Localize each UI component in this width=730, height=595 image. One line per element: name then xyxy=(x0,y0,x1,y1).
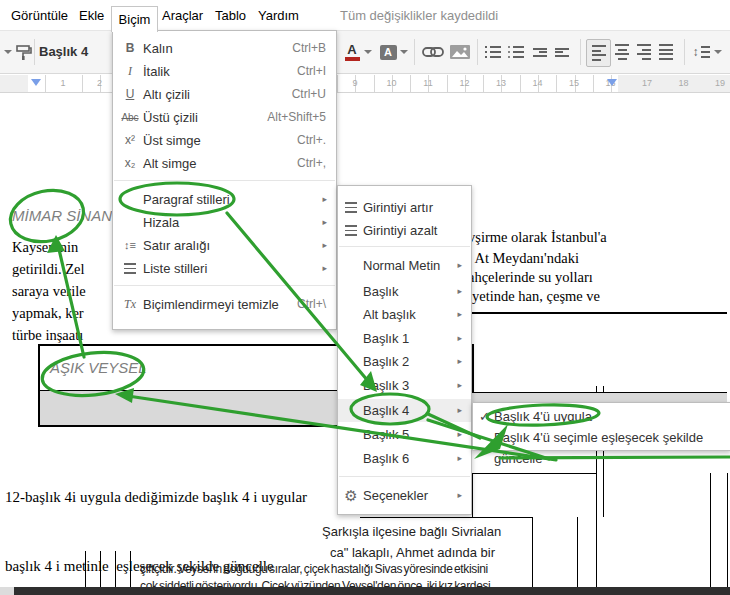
strikethrough-icon: Abc xyxy=(121,106,139,129)
bottom-bar-corner xyxy=(0,587,14,595)
highlight-color-caret[interactable] xyxy=(399,31,409,73)
line-spacing-icon[interactable]: ↕ xyxy=(690,31,712,73)
ruler-mark: 17 xyxy=(642,78,652,88)
submenu-arrow-icon: ▸ xyxy=(457,484,462,507)
line-spacing-caret[interactable] xyxy=(713,31,723,73)
heading-asik-veysel[interactable]: AŞIK VEYSEL xyxy=(50,359,147,376)
menu-item-alt-baslik[interactable]: Alt başlık▸ xyxy=(338,303,471,326)
underline-icon: U xyxy=(121,83,139,106)
body-line[interactable]: türbe inşaatı xyxy=(12,327,112,344)
menu-item-baslik-4[interactable]: Başlık 4▸ xyxy=(338,399,471,422)
align-right-icon[interactable] xyxy=(634,31,654,73)
decrease-indent-icon[interactable] xyxy=(529,31,550,73)
menu-item-baslik4-uygula[interactable]: ✓ Başlık 4'ü uygula xyxy=(473,406,730,427)
menu-item-girintiyi-artir[interactable]: Girintiyi artır xyxy=(338,196,471,219)
body-line[interactable]: Kayseri'nin xyxy=(12,239,112,256)
subscript-icon: x₂ xyxy=(121,152,139,175)
body-line[interactable]: saraya verile xyxy=(12,283,112,300)
submenu-arrow-icon: ▸ xyxy=(457,447,462,470)
menu-item-paragraf-stilleri[interactable]: Paragraf stilleri ▸ xyxy=(113,188,336,211)
format-painter-icon[interactable] xyxy=(15,31,33,73)
increase-indent-icon[interactable] xyxy=(551,31,572,73)
menu-item-ust-simge[interactable]: x² Üst simge Ctrl+. xyxy=(113,129,336,152)
bulleted-list-icon[interactable] xyxy=(507,31,529,73)
menu-tablo[interactable]: Tablo xyxy=(215,8,246,23)
align-left-icon[interactable] xyxy=(586,39,611,67)
highlight-color-icon[interactable]: A xyxy=(378,31,398,73)
ruler-mark: 12 xyxy=(460,78,470,88)
menu-item-baslik-6[interactable]: Başlık 6▸ xyxy=(338,447,471,470)
indent-marker-left[interactable] xyxy=(31,79,41,86)
table-border xyxy=(460,312,727,314)
menu-item-hizala[interactable]: Hizala ▸ xyxy=(113,211,336,234)
menu-item-liste-stilleri[interactable]: Liste stilleri ▸ xyxy=(113,257,336,280)
body-line[interactable]: yapmak, ker xyxy=(12,305,112,322)
increase-indent-icon xyxy=(342,196,360,221)
menu-araclar[interactable]: Araçlar xyxy=(162,8,203,23)
menu-item-kalin[interactable]: B Kalın Ctrl+B xyxy=(113,37,336,60)
toolbar-more-caret[interactable] xyxy=(2,31,14,73)
text-color-icon[interactable]: A xyxy=(342,31,362,73)
body-line[interactable]: Şarkışla ilçesine bağlı Sivrialan xyxy=(322,524,501,539)
insert-image-icon[interactable] xyxy=(449,31,471,73)
styles-dropdown[interactable]: Başlık 4 xyxy=(39,31,88,73)
ruler-mark: 15 xyxy=(569,78,579,88)
ruler-mark: 2 xyxy=(95,78,105,88)
body-line[interactable]: , At Meydanı'ndaki xyxy=(468,250,579,267)
menu-item-alt-simge[interactable]: x₂ Alt simge Ctrl+, xyxy=(113,152,336,175)
menu-ekle[interactable]: Ekle xyxy=(79,8,104,23)
menu-item-satir-araligi[interactable]: ↕≡ Satır aralığı ▸ xyxy=(113,234,336,257)
menubar: Görüntüle Ekle Araçlar Tablo Yardım Tüm … xyxy=(0,0,730,30)
table-border xyxy=(472,473,473,517)
body-line[interactable]: getirildi. Zel xyxy=(12,261,112,278)
menu-yardim[interactable]: Yardım xyxy=(258,8,299,23)
save-status: Tüm değişiklikler kaydedildi xyxy=(340,8,498,23)
table-border xyxy=(727,473,728,587)
menu-item-ustu-cizili[interactable]: Abc Üstü çizili Alt+Shift+5 xyxy=(113,106,336,129)
ruler-mark: 13 xyxy=(496,78,506,88)
menu-item-normal-metin[interactable]: Normal Metin▸ xyxy=(338,254,471,277)
menu-item-girintiyi-azalt[interactable]: Girintiyi azalt xyxy=(338,219,471,242)
menu-item-baslik-3[interactable]: Başlık 3▸ xyxy=(338,374,471,397)
text-color-caret[interactable] xyxy=(363,31,373,73)
heading-mimar-sinan[interactable]: MİMAR SİNAN xyxy=(12,207,113,224)
gear-icon: ⚙ xyxy=(342,484,360,507)
indent-marker-right[interactable] xyxy=(607,79,617,86)
menu-item-bicimlendirmeyi-temizle[interactable]: Tx Biçimlendirmeyi temizle Ctrl+\ xyxy=(113,293,336,316)
body-line[interactable]: iyetinde han, çeşme ve xyxy=(468,288,600,305)
submenu-arrow-icon: ▸ xyxy=(457,423,462,446)
menu-item-secenekler[interactable]: ⚙ Seçenekler▸ xyxy=(338,484,471,507)
italic-icon: I xyxy=(121,60,139,83)
submenu-arrow-icon: ▸ xyxy=(457,399,462,422)
line-spacing-icon: ↕≡ xyxy=(121,234,139,257)
menu-item-italik[interactable]: I İtalik Ctrl+I xyxy=(113,60,336,83)
table-border xyxy=(472,473,597,474)
submenu-arrow-icon: ▸ xyxy=(322,234,327,257)
menu-bicim[interactable]: Biçim xyxy=(111,6,158,32)
ruler: 12345678910111213141516171819 xyxy=(0,75,730,93)
toolbar: Başlık 4 A A xyxy=(0,30,730,74)
menu-item-baslik-5[interactable]: Başlık 5▸ xyxy=(338,423,471,446)
ruler-mark: 19 xyxy=(715,78,725,88)
menu-item-alti-cizili[interactable]: U Altı çizili Ctrl+U xyxy=(113,83,336,106)
align-center-icon[interactable] xyxy=(612,31,632,73)
google-docs-window: Görüntüle Ekle Araçlar Tablo Yardım Tüm … xyxy=(0,0,730,595)
numbered-list-icon[interactable] xyxy=(484,31,506,73)
table-border xyxy=(710,473,711,587)
superscript-icon: x² xyxy=(121,129,139,152)
menu-goruntule[interactable]: Görüntüle xyxy=(11,8,68,23)
body-line[interactable]: ahçelerinde su yolları xyxy=(468,269,593,286)
menu-item-baslik[interactable]: Başlık▸ xyxy=(338,280,471,303)
menu-item-baslik4-guncelle[interactable]: Başlık 4'ü seçimle eşleşecek şekilde gün… xyxy=(473,427,730,448)
body-line[interactable]: ca" lakaplı, Ahmet adında bir xyxy=(330,545,495,560)
ruler-mark: 10 xyxy=(387,78,397,88)
menu-item-baslik-2[interactable]: Başlık 2▸ xyxy=(338,350,471,373)
paragraph-styles-menu: Girintiyi artır Girintiyi azalt Normal M… xyxy=(337,185,472,515)
menu-item-baslik-1[interactable]: Başlık 1▸ xyxy=(338,327,471,350)
submenu-arrow-icon: ▸ xyxy=(457,280,462,303)
justify-icon[interactable] xyxy=(656,31,676,73)
body-line[interactable]: vşirme olarak İstanbul'a xyxy=(468,229,607,246)
body-line[interactable]: çiftçidir. Veysel'in doğduğu sıralar, çi… xyxy=(140,562,488,576)
insert-link-icon[interactable] xyxy=(421,31,445,73)
submenu-arrow-icon: ▸ xyxy=(457,350,462,373)
